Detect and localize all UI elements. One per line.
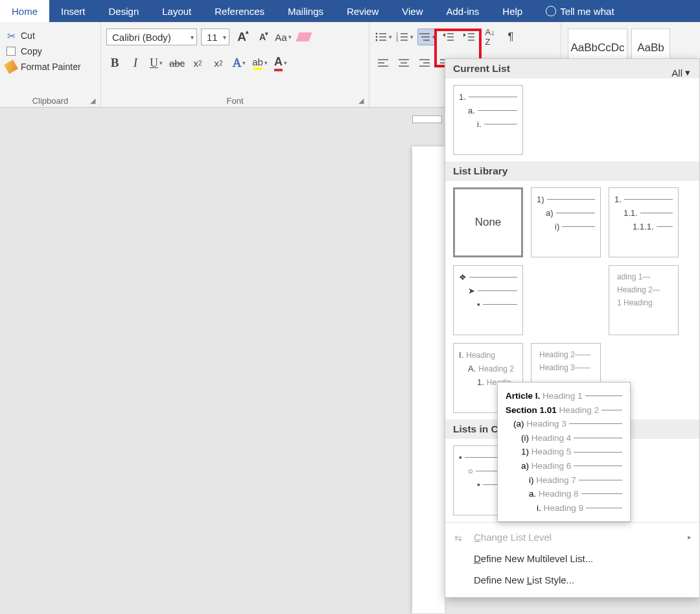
- caret-down-icon: ▾: [191, 34, 194, 41]
- multilevel-list-button[interactable]: ▾: [417, 29, 436, 45]
- decrease-indent-icon: [442, 32, 455, 42]
- tab-addins[interactable]: Add-ins: [434, 0, 491, 22]
- copy-label: Copy: [21, 46, 42, 56]
- font-group-label: Font: [101, 96, 369, 106]
- grow-font-button[interactable]: A▴: [233, 29, 250, 45]
- clear-formatting-button[interactable]: [296, 29, 312, 45]
- document-page[interactable]: [412, 147, 445, 613]
- define-new-multilevel-list-item[interactable]: Define New Multilevel List...: [445, 548, 699, 569]
- section-current-list: Current List: [445, 59, 699, 78]
- align-center-button[interactable]: [395, 54, 412, 71]
- caret-down-icon: ▾: [685, 67, 690, 78]
- format-painter-label: Format Painter: [21, 62, 81, 72]
- font-size-value: 11: [207, 32, 218, 43]
- svg-marker-19: [463, 33, 466, 37]
- italic-button[interactable]: I: [127, 54, 144, 71]
- svg-point-0: [376, 33, 378, 35]
- bullets-icon: [375, 32, 388, 42]
- copy-icon: [5, 45, 17, 57]
- subscript-button[interactable]: x2: [189, 54, 206, 71]
- numbering-icon: 123: [396, 32, 409, 42]
- numbering-button[interactable]: 123▾: [396, 29, 414, 45]
- multilevel-preview-tooltip: Article I. Heading 1 Section 1.01 Headin…: [497, 382, 631, 522]
- list-library-1paren[interactable]: 1) a) i): [531, 187, 601, 257]
- current-list-tile[interactable]: 1. a. i.: [453, 85, 523, 155]
- multilevel-list-dropdown: All▾ Current List 1. a. i. List Library …: [445, 58, 700, 598]
- eraser-icon: [296, 32, 312, 41]
- tab-home[interactable]: Home: [0, 0, 49, 22]
- clipboard-group-label: Clipboard: [0, 96, 100, 106]
- tab-insert[interactable]: Insert: [49, 0, 97, 22]
- font-color-button[interactable]: A▾: [272, 54, 289, 71]
- underline-button[interactable]: U▾: [148, 54, 165, 71]
- multilevel-menu: ⇆ Change List Level ▸ Define New Multile…: [445, 522, 699, 595]
- svg-marker-15: [443, 33, 445, 37]
- tab-review[interactable]: Review: [335, 0, 390, 22]
- superscript-button[interactable]: x2: [210, 54, 227, 71]
- svg-point-4: [376, 40, 378, 41]
- sort-button[interactable]: A↓Z: [482, 29, 498, 45]
- strikethrough-button[interactable]: abc: [169, 54, 185, 71]
- tab-help[interactable]: Help: [491, 0, 534, 22]
- increase-indent-icon: [463, 32, 476, 42]
- list-library-1dot[interactable]: 1. 1.1. 1.1.1.: [609, 187, 679, 257]
- tab-references[interactable]: References: [203, 0, 276, 22]
- group-clipboard: ✂ Cut Copy Format Painter Clipboard ◢: [0, 22, 101, 107]
- text-effects-button[interactable]: A▾: [231, 54, 248, 71]
- list-library-symbols[interactable]: ❖ ➤ ▪: [453, 265, 523, 335]
- svg-text:3: 3: [396, 38, 399, 42]
- svg-point-2: [376, 36, 378, 38]
- change-case-button[interactable]: Aa▾: [275, 29, 292, 45]
- align-left-button[interactable]: [375, 54, 391, 71]
- caret-down-icon: ▾: [223, 34, 226, 41]
- font-name-value: Calibri (Body): [112, 32, 171, 43]
- paintbrush-icon: [5, 61, 17, 73]
- list-library-heading-a[interactable]: ading 1— Heading 2— 1 Heading: [609, 265, 679, 335]
- font-name-combo[interactable]: Calibri (Body) ▾: [106, 29, 197, 45]
- tell-me-label: Tell me what: [560, 6, 614, 17]
- ruler-fragment: [412, 115, 442, 123]
- all-filter-button[interactable]: All▾: [671, 67, 690, 78]
- copy-button[interactable]: Copy: [5, 45, 95, 57]
- increase-indent-button[interactable]: [461, 29, 478, 45]
- align-right-button[interactable]: [416, 54, 433, 71]
- cut-label: Cut: [21, 30, 35, 41]
- tell-me-search[interactable]: Tell me what: [539, 0, 620, 22]
- align-center-icon: [397, 58, 410, 68]
- indent-icon: ⇆: [454, 533, 462, 543]
- format-painter-button[interactable]: Format Painter: [5, 61, 95, 73]
- cut-button[interactable]: ✂ Cut: [5, 30, 95, 41]
- decrease-indent-button[interactable]: [440, 29, 457, 45]
- scissors-icon: ✂: [5, 30, 17, 41]
- tab-layout[interactable]: Layout: [150, 0, 203, 22]
- submenu-arrow-icon: ▸: [688, 533, 692, 541]
- define-new-list-style-item[interactable]: Define New List Style...: [445, 569, 699, 591]
- tab-mailings[interactable]: Mailings: [276, 0, 335, 22]
- section-list-library: List Library: [445, 161, 699, 181]
- tab-design[interactable]: Design: [97, 0, 151, 22]
- shrink-font-button[interactable]: A▾: [254, 29, 271, 45]
- bold-button[interactable]: B: [106, 54, 123, 71]
- font-dialog-launcher[interactable]: ◢: [358, 97, 366, 104]
- tab-view[interactable]: View: [390, 0, 434, 22]
- list-library-none[interactable]: None: [453, 187, 523, 257]
- change-list-level-item: ⇆ Change List Level ▸: [445, 526, 699, 548]
- ribbon-tabs: Home Insert Design Layout References Mai…: [0, 0, 700, 22]
- lightbulb-icon: [546, 6, 556, 16]
- clipboard-dialog-launcher[interactable]: ◢: [90, 97, 98, 104]
- multilevel-list-icon: [418, 32, 431, 42]
- bullets-button[interactable]: ▾: [375, 29, 392, 45]
- align-right-icon: [418, 58, 431, 68]
- group-font: Calibri (Body) ▾ 11 ▾ A▴ A▾ Aa▾ B I U▾ a…: [101, 22, 369, 107]
- highlight-color-button[interactable]: ab▾: [251, 54, 268, 71]
- align-left-icon: [377, 58, 390, 68]
- show-hide-marks-button[interactable]: ¶: [502, 29, 519, 45]
- font-size-combo[interactable]: 11 ▾: [201, 29, 229, 45]
